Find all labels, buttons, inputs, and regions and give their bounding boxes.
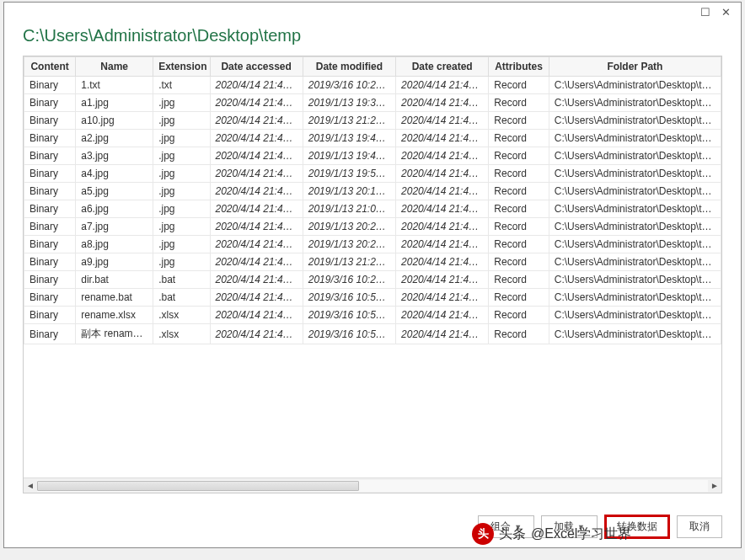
cell-ext: .jpg <box>153 94 210 112</box>
cell-dm: 2019/1/13 21:24:34 <box>303 253 395 271</box>
cell-dc: 2020/4/14 21:40:19 <box>396 236 489 253</box>
cell-name: a8.jpg <box>76 236 153 253</box>
cell-dm: 2019/1/13 21:26:29 <box>303 112 395 130</box>
cell-content: Binary <box>24 165 76 183</box>
col-header-date-modified[interactable]: Date modified <box>303 57 395 77</box>
transform-data-button[interactable]: 转换数据 <box>604 515 670 539</box>
cell-dc: 2020/4/14 21:40:19 <box>396 324 489 344</box>
cell-dc: 2020/4/14 21:40:19 <box>396 253 489 271</box>
cell-attr: Record <box>489 200 549 218</box>
table-row[interactable]: Binarya6.jpg.jpg2020/4/14 21:40:192019/1… <box>24 200 721 218</box>
cell-ext: .bat <box>153 289 210 307</box>
table-row[interactable]: Binarya8.jpg.jpg2020/4/14 21:40:192019/1… <box>24 236 721 253</box>
col-header-extension[interactable]: Extension <box>153 57 210 77</box>
cell-da: 2020/4/14 21:40:19 <box>210 236 303 253</box>
scroll-left-icon[interactable]: ◄ <box>24 479 37 493</box>
cell-path: C:\Users\Administrator\Desktop\temp <box>549 183 721 200</box>
cell-name: a1.jpg <box>76 94 153 112</box>
cell-content: Binary <box>24 77 76 94</box>
table-row[interactable]: Binarya1.jpg.jpg2020/4/14 21:40:192019/1… <box>24 94 721 112</box>
cell-content: Binary <box>24 130 76 147</box>
table-row[interactable]: Binarydir.bat.bat2020/4/14 21:40:192019/… <box>24 271 721 289</box>
maximize-button[interactable]: ☐ <box>695 4 716 19</box>
cell-content: Binary <box>24 112 76 130</box>
cancel-button[interactable]: 取消 <box>677 515 722 538</box>
cell-attr: Record <box>489 253 549 271</box>
cell-da: 2020/4/14 21:40:19 <box>210 218 303 236</box>
cell-ext: .xlsx <box>153 324 210 344</box>
cell-dc: 2020/4/14 21:40:19 <box>396 183 489 200</box>
cell-name: rename.xlsx <box>76 307 153 324</box>
scroll-thumb[interactable] <box>37 481 359 491</box>
table-row[interactable]: Binarya7.jpg.jpg2020/4/14 21:40:192019/1… <box>24 218 721 236</box>
cell-path: C:\Users\Administrator\Desktop\temp <box>549 289 721 307</box>
cell-path: C:\Users\Administrator\Desktop\temp <box>549 218 721 236</box>
cell-name: a7.jpg <box>76 218 153 236</box>
close-button[interactable]: ✕ <box>716 4 736 19</box>
cell-ext: .xlsx <box>153 307 210 324</box>
table-row[interactable]: Binarya9.jpg.jpg2020/4/14 21:40:192019/1… <box>24 253 721 271</box>
cell-path: C:\Users\Administrator\Desktop\temp <box>549 130 721 147</box>
cell-dm: 2019/3/16 10:54:41 <box>303 307 395 324</box>
cell-ext: .jpg <box>153 112 210 130</box>
horizontal-scrollbar[interactable]: ◄ ► <box>24 477 721 493</box>
cell-path: C:\Users\Administrator\Desktop\temp <box>549 236 721 253</box>
cell-dc: 2020/4/14 21:40:19 <box>396 271 489 289</box>
load-button[interactable]: 加载 ▼ <box>541 515 598 538</box>
table-row[interactable]: Binarya4.jpg.jpg2020/4/14 21:40:192019/1… <box>24 165 721 183</box>
cell-dm: 2019/3/16 10:28:01 <box>303 77 395 94</box>
col-header-content[interactable]: Content <box>24 57 76 77</box>
cell-path: C:\Users\Administrator\Desktop\temp <box>549 271 721 289</box>
col-header-date-accessed[interactable]: Date accessed <box>210 57 303 77</box>
cell-dm: 2019/1/13 21:04:41 <box>303 200 395 218</box>
table-row[interactable]: Binaryrename.xlsx.xlsx2020/4/14 21:40:19… <box>24 307 721 324</box>
table-row[interactable]: Binarya5.jpg.jpg2020/4/14 21:40:192019/1… <box>24 183 721 200</box>
cell-attr: Record <box>489 324 549 344</box>
table-row[interactable]: Binaryrename.bat.bat2020/4/14 21:40:1920… <box>24 289 721 307</box>
cell-path: C:\Users\Administrator\Desktop\temp <box>549 200 721 218</box>
scroll-right-icon[interactable]: ► <box>708 479 721 493</box>
cell-name: a10.jpg <box>76 112 153 130</box>
col-header-date-created[interactable]: Date created <box>396 57 489 77</box>
cell-da: 2020/4/14 21:40:19 <box>210 112 303 130</box>
data-table-container: Content Name Extension Date accessed Dat… <box>23 56 722 493</box>
load-label: 加载 <box>554 520 574 534</box>
cell-name: a5.jpg <box>76 183 153 200</box>
header-row: Content Name Extension Date accessed Dat… <box>24 57 721 77</box>
cell-attr: Record <box>489 147 549 165</box>
cell-name: 副本 rename.xlsx <box>76 324 153 344</box>
cell-path: C:\Users\Administrator\Desktop\temp <box>549 165 721 183</box>
cell-attr: Record <box>489 183 549 200</box>
cell-attr: Record <box>489 289 549 307</box>
cell-content: Binary <box>24 183 76 200</box>
cell-da: 2020/4/14 21:40:19 <box>210 271 303 289</box>
table-row[interactable]: Binarya2.jpg.jpg2020/4/14 21:40:192019/1… <box>24 130 721 147</box>
table-row[interactable]: Binarya3.jpg.jpg2020/4/14 21:40:192019/1… <box>24 147 721 165</box>
table-row[interactable]: Binary1.txt.txt2020/4/14 21:40:192019/3/… <box>24 77 721 94</box>
combine-label: 组合 <box>490 520 511 534</box>
combine-button[interactable]: 组合 ▼ <box>478 515 534 538</box>
scroll-track[interactable] <box>37 480 708 492</box>
col-header-folder-path[interactable]: Folder Path <box>549 57 721 77</box>
col-header-attributes[interactable]: Attributes <box>489 57 549 77</box>
cell-da: 2020/4/14 21:40:19 <box>210 324 303 344</box>
cell-name: a3.jpg <box>76 147 153 165</box>
chevron-down-icon: ▼ <box>514 523 522 531</box>
data-grid[interactable]: Content Name Extension Date accessed Dat… <box>24 56 721 477</box>
cell-content: Binary <box>24 324 76 344</box>
cell-attr: Record <box>489 165 549 183</box>
cell-dm: 2019/1/13 20:24:04 <box>303 236 395 253</box>
col-header-name[interactable]: Name <box>76 57 153 77</box>
cell-name: a6.jpg <box>76 200 153 218</box>
cell-dm: 2019/3/16 10:55:50 <box>303 289 395 307</box>
cell-da: 2020/4/14 21:40:19 <box>210 147 303 165</box>
cell-dc: 2020/4/14 21:40:19 <box>396 147 489 165</box>
cell-da: 2020/4/14 21:40:19 <box>210 130 303 147</box>
cell-ext: .jpg <box>153 218 210 236</box>
cell-ext: .jpg <box>153 253 210 271</box>
table-row[interactable]: Binarya10.jpg.jpg2020/4/14 21:40:192019/… <box>24 112 721 130</box>
table-row[interactable]: Binary副本 rename.xlsx.xlsx2020/4/14 21:40… <box>24 324 721 344</box>
cell-name: 1.txt <box>76 77 153 94</box>
cell-name: a9.jpg <box>76 253 153 271</box>
cell-ext: .jpg <box>153 183 210 200</box>
